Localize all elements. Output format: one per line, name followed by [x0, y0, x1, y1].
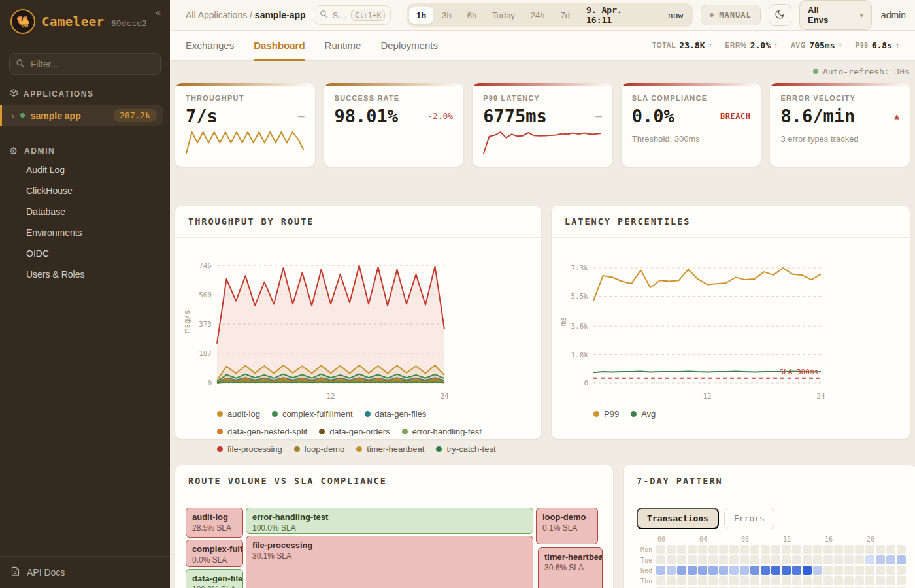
heatmap-cell[interactable]: [667, 545, 676, 554]
dark-mode-toggle[interactable]: [769, 4, 791, 26]
time-range-6h[interactable]: 6h: [460, 7, 484, 24]
time-range-1h[interactable]: 1h: [409, 7, 433, 24]
heatmap-cell[interactable]: [813, 576, 822, 585]
time-range-3h[interactable]: 3h: [435, 7, 458, 24]
breadcrumb-root[interactable]: All Applications: [186, 10, 247, 20]
legend-item-data-gen-orders[interactable]: data-gen-orders: [319, 427, 390, 436]
heatmap-cell[interactable]: [792, 545, 801, 554]
heatmap-cell[interactable]: [834, 555, 843, 564]
heatmap-cell[interactable]: [844, 576, 854, 585]
legend-item-avg[interactable]: Avg: [631, 409, 656, 419]
heatmap-cell[interactable]: [834, 576, 843, 585]
heatmap-cell[interactable]: [792, 555, 801, 564]
heatmap-cell[interactable]: [656, 576, 665, 585]
sidebar-item-api-docs[interactable]: API Docs: [0, 556, 170, 588]
heatmap-cell[interactable]: [719, 566, 728, 575]
heatmap-cell[interactable]: [656, 545, 665, 554]
heatmap-cell[interactable]: [677, 576, 686, 585]
heatmap-cell[interactable]: [824, 566, 833, 575]
heatmap-cell[interactable]: [761, 545, 770, 554]
heatmap-cell[interactable]: [855, 576, 864, 585]
heatmap-toggle-errors[interactable]: Errors: [724, 508, 774, 529]
heatmap-cell[interactable]: [824, 545, 833, 554]
heatmap-cell[interactable]: [750, 545, 759, 554]
sidebar-item-database[interactable]: Database: [0, 201, 170, 222]
heatmap-cell[interactable]: [876, 545, 885, 554]
heatmap-cell[interactable]: [782, 566, 791, 575]
legend-item-complex-fulfillment[interactable]: complex-fulfillment: [272, 409, 353, 419]
heatmap-cell[interactable]: [761, 555, 770, 564]
heatmap-cell[interactable]: [719, 555, 728, 564]
legend-item-audit-log[interactable]: audit-log: [217, 409, 260, 419]
user-name[interactable]: admin: [880, 10, 906, 20]
sidebar-item-users-roles[interactable]: Users & Roles: [0, 264, 170, 285]
heatmap-cell[interactable]: [688, 555, 697, 564]
sidebar-item-sample-app[interactable]: › sample app 207.2k: [0, 105, 163, 126]
heatmap-cell[interactable]: [865, 576, 874, 585]
treemap-cell-data-gen-files[interactable]: data-gen-files100.0% SLA: [186, 569, 243, 588]
heatmap-cell[interactable]: [897, 566, 906, 575]
tab-deployments[interactable]: Deployments: [380, 31, 438, 61]
heatmap-cell[interactable]: [708, 566, 718, 575]
heatmap-cell[interactable]: [834, 545, 843, 554]
heatmap-cell[interactable]: [865, 555, 874, 564]
heatmap-cell[interactable]: [876, 566, 885, 575]
heatmap-cell[interactable]: [761, 576, 770, 585]
heatmap-cell[interactable]: [782, 555, 791, 564]
global-search-button[interactable]: S… Ctrl+K: [314, 5, 391, 25]
heatmap-cell[interactable]: [844, 545, 854, 554]
sidebar-item-audit-log[interactable]: Audit Log: [0, 159, 170, 180]
heatmap-cell[interactable]: [719, 545, 728, 554]
heatmap-cell[interactable]: [688, 576, 697, 585]
time-range-7d[interactable]: 7d: [554, 7, 577, 24]
heatmap-cell[interactable]: [844, 566, 854, 575]
heatmap-cell[interactable]: [750, 576, 759, 585]
heatmap-cell[interactable]: [803, 545, 812, 554]
treemap-cell-timer-heartbeat[interactable]: timer-heartbeat30.6% SLA: [538, 547, 603, 588]
time-range-today[interactable]: Today: [485, 7, 522, 24]
sidebar-item-clickhouse[interactable]: ClickHouse: [0, 180, 170, 201]
heatmap-cell[interactable]: [844, 555, 854, 564]
treemap-cell-audit-log[interactable]: audit-log28.5% SLA: [186, 508, 243, 538]
heatmap-cell[interactable]: [708, 576, 718, 585]
heatmap-cell[interactable]: [761, 566, 770, 575]
heatmap-cell[interactable]: [698, 545, 707, 554]
heatmap-cell[interactable]: [886, 576, 895, 585]
heatmap-cell[interactable]: [771, 576, 780, 585]
heatmap-cell[interactable]: [667, 555, 676, 564]
heatmap-cell[interactable]: [792, 566, 801, 575]
heatmap-cell[interactable]: [656, 555, 665, 564]
heatmap-cell[interactable]: [897, 576, 906, 585]
heatmap-cell[interactable]: [886, 566, 895, 575]
heatmap-cell[interactable]: [698, 566, 707, 575]
heatmap-cell[interactable]: [740, 576, 749, 585]
heatmap-cell[interactable]: [824, 576, 833, 585]
heatmap-cell[interactable]: [729, 545, 739, 554]
tab-dashboard[interactable]: Dashboard: [254, 31, 305, 61]
heatmap-cell[interactable]: [740, 555, 749, 564]
heatmap-cell[interactable]: [688, 545, 697, 554]
tab-runtime[interactable]: Runtime: [325, 31, 361, 61]
heatmap-cell[interactable]: [708, 545, 718, 554]
heatmap-cell[interactable]: [865, 566, 874, 575]
sidebar-item-environments[interactable]: Environments: [0, 222, 170, 243]
heatmap-cell[interactable]: [750, 566, 759, 575]
heatmap-cell[interactable]: [803, 576, 812, 585]
heatmap-cell[interactable]: [897, 545, 906, 554]
heatmap-cell[interactable]: [855, 555, 864, 564]
heatmap-cell[interactable]: [782, 545, 791, 554]
legend-item-error-handling-test[interactable]: error-handling-test: [402, 427, 482, 436]
heatmap-cell[interactable]: [834, 566, 843, 575]
heatmap-toggle-transactions[interactable]: Transactions: [637, 508, 719, 529]
legend-item-p99[interactable]: P99: [593, 409, 619, 419]
heatmap-cell[interactable]: [803, 566, 812, 575]
heatmap-cell[interactable]: [813, 566, 822, 575]
heatmap-cell[interactable]: [750, 555, 759, 564]
heatmap-cell[interactable]: [771, 566, 780, 575]
legend-item-timer-heartbeat[interactable]: timer-heartbeat: [356, 444, 424, 454]
heatmap-cell[interactable]: [688, 566, 697, 575]
heatmap-cell[interactable]: [677, 566, 686, 575]
heatmap-cell[interactable]: [698, 555, 707, 564]
heatmap-cell[interactable]: [782, 576, 791, 585]
heatmap-cell[interactable]: [876, 555, 885, 564]
